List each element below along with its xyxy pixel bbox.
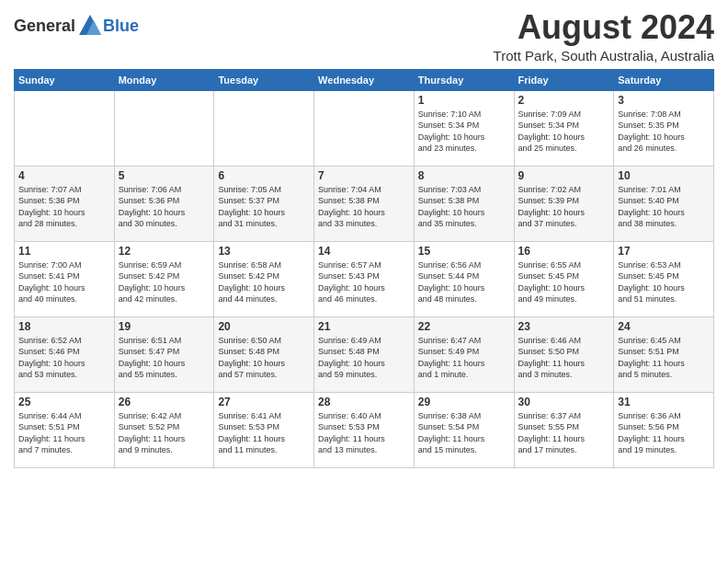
calendar-cell <box>114 90 214 166</box>
cell-content: Sunrise: 6:38 AM Sunset: 5:54 PM Dayligh… <box>418 410 510 456</box>
cell-content: Sunrise: 6:49 AM Sunset: 5:48 PM Dayligh… <box>318 335 410 381</box>
cell-content: Sunrise: 6:50 AM Sunset: 5:48 PM Dayligh… <box>218 335 310 381</box>
calendar-cell: 23Sunrise: 6:46 AM Sunset: 5:50 PM Dayli… <box>514 316 614 392</box>
calendar-week-row: 11Sunrise: 7:00 AM Sunset: 5:41 PM Dayli… <box>15 241 714 316</box>
logo-icon <box>77 13 103 39</box>
calendar-cell: 9Sunrise: 7:02 AM Sunset: 5:39 PM Daylig… <box>514 166 614 241</box>
cell-content: Sunrise: 6:52 AM Sunset: 5:46 PM Dayligh… <box>18 335 110 381</box>
cell-content: Sunrise: 6:42 AM Sunset: 5:52 PM Dayligh… <box>119 410 210 456</box>
cell-content: Sunrise: 6:44 AM Sunset: 5:51 PM Dayligh… <box>18 410 110 456</box>
calendar-header-row: SundayMondayTuesdayWednesdayThursdayFrid… <box>15 69 714 90</box>
calendar-cell: 14Sunrise: 6:57 AM Sunset: 5:43 PM Dayli… <box>314 241 415 316</box>
calendar-cell: 20Sunrise: 6:50 AM Sunset: 5:48 PM Dayli… <box>214 316 314 392</box>
cell-content: Sunrise: 7:00 AM Sunset: 5:41 PM Dayligh… <box>18 259 110 305</box>
day-number: 17 <box>618 245 710 258</box>
calendar-cell: 31Sunrise: 6:36 AM Sunset: 5:56 PM Dayli… <box>614 392 714 467</box>
calendar-cell: 11Sunrise: 7:00 AM Sunset: 5:41 PM Dayli… <box>15 241 115 316</box>
cell-content: Sunrise: 7:01 AM Sunset: 5:40 PM Dayligh… <box>618 184 710 230</box>
title-block: August 2024 Trott Park, South Australia,… <box>494 9 714 63</box>
day-number: 27 <box>218 396 310 408</box>
day-number: 26 <box>119 396 210 408</box>
day-number: 14 <box>318 245 410 258</box>
calendar-body: 1Sunrise: 7:10 AM Sunset: 5:34 PM Daylig… <box>15 90 714 467</box>
cell-content: Sunrise: 6:57 AM Sunset: 5:43 PM Dayligh… <box>318 259 410 305</box>
day-number: 2 <box>518 94 610 107</box>
day-number: 11 <box>18 245 110 258</box>
day-number: 31 <box>618 396 710 408</box>
day-number: 13 <box>218 245 310 258</box>
cell-content: Sunrise: 6:59 AM Sunset: 5:42 PM Dayligh… <box>119 259 210 305</box>
day-number: 25 <box>18 396 110 408</box>
calendar-cell: 7Sunrise: 7:04 AM Sunset: 5:38 PM Daylig… <box>314 166 415 241</box>
cell-content: Sunrise: 6:56 AM Sunset: 5:44 PM Dayligh… <box>418 259 510 305</box>
calendar-cell: 19Sunrise: 6:51 AM Sunset: 5:47 PM Dayli… <box>114 316 214 392</box>
calendar-cell: 1Sunrise: 7:10 AM Sunset: 5:34 PM Daylig… <box>414 90 514 166</box>
calendar-cell <box>314 90 415 166</box>
day-number: 21 <box>318 320 410 333</box>
cell-content: Sunrise: 6:47 AM Sunset: 5:49 PM Dayligh… <box>418 335 510 381</box>
calendar-cell: 17Sunrise: 6:53 AM Sunset: 5:45 PM Dayli… <box>614 241 714 316</box>
month-title: August 2024 <box>494 9 714 46</box>
cell-content: Sunrise: 6:53 AM Sunset: 5:45 PM Dayligh… <box>618 259 710 305</box>
calendar-cell: 3Sunrise: 7:08 AM Sunset: 5:35 PM Daylig… <box>614 90 714 166</box>
location-title: Trott Park, South Australia, Australia <box>494 48 714 63</box>
calendar-week-row: 1Sunrise: 7:10 AM Sunset: 5:34 PM Daylig… <box>15 90 714 166</box>
calendar-cell: 15Sunrise: 6:56 AM Sunset: 5:44 PM Dayli… <box>414 241 514 316</box>
logo: General Blue <box>14 13 139 39</box>
day-number: 18 <box>18 320 110 333</box>
calendar-cell: 28Sunrise: 6:40 AM Sunset: 5:53 PM Dayli… <box>314 392 415 467</box>
day-header-sunday: Sunday <box>15 69 115 90</box>
day-number: 29 <box>418 396 510 408</box>
cell-content: Sunrise: 6:45 AM Sunset: 5:51 PM Dayligh… <box>618 335 710 381</box>
day-number: 19 <box>119 320 210 333</box>
day-header-tuesday: Tuesday <box>214 69 314 90</box>
calendar-cell: 24Sunrise: 6:45 AM Sunset: 5:51 PM Dayli… <box>614 316 714 392</box>
calendar-cell: 29Sunrise: 6:38 AM Sunset: 5:54 PM Dayli… <box>414 392 514 467</box>
logo-blue: Blue <box>103 17 139 36</box>
calendar-cell: 22Sunrise: 6:47 AM Sunset: 5:49 PM Dayli… <box>414 316 514 392</box>
calendar-cell: 10Sunrise: 7:01 AM Sunset: 5:40 PM Dayli… <box>614 166 714 241</box>
calendar-cell: 8Sunrise: 7:03 AM Sunset: 5:38 PM Daylig… <box>414 166 514 241</box>
day-number: 23 <box>518 320 610 333</box>
day-number: 15 <box>418 245 510 258</box>
day-header-thursday: Thursday <box>414 69 514 90</box>
cell-content: Sunrise: 7:09 AM Sunset: 5:34 PM Dayligh… <box>518 109 610 155</box>
day-number: 8 <box>418 169 510 182</box>
day-header-friday: Friday <box>514 69 614 90</box>
cell-content: Sunrise: 7:02 AM Sunset: 5:39 PM Dayligh… <box>518 184 610 230</box>
day-header-monday: Monday <box>114 69 214 90</box>
day-number: 30 <box>518 396 610 408</box>
calendar-cell: 16Sunrise: 6:55 AM Sunset: 5:45 PM Dayli… <box>514 241 614 316</box>
day-number: 5 <box>119 169 210 182</box>
day-number: 10 <box>618 169 710 182</box>
day-header-wednesday: Wednesday <box>314 69 415 90</box>
day-number: 1 <box>418 94 510 107</box>
calendar-week-row: 25Sunrise: 6:44 AM Sunset: 5:51 PM Dayli… <box>15 392 714 467</box>
day-number: 22 <box>418 320 510 333</box>
cell-content: Sunrise: 7:10 AM Sunset: 5:34 PM Dayligh… <box>418 109 510 155</box>
cell-content: Sunrise: 7:04 AM Sunset: 5:38 PM Dayligh… <box>318 184 410 230</box>
day-number: 7 <box>318 169 410 182</box>
day-number: 4 <box>18 169 110 182</box>
page-header: General Blue August 2024 Trott Park, Sou… <box>14 9 714 63</box>
calendar-cell: 21Sunrise: 6:49 AM Sunset: 5:48 PM Dayli… <box>314 316 415 392</box>
calendar-cell: 26Sunrise: 6:42 AM Sunset: 5:52 PM Dayli… <box>114 392 214 467</box>
cell-content: Sunrise: 6:58 AM Sunset: 5:42 PM Dayligh… <box>218 259 310 305</box>
calendar-week-row: 18Sunrise: 6:52 AM Sunset: 5:46 PM Dayli… <box>15 316 714 392</box>
cell-content: Sunrise: 6:51 AM Sunset: 5:47 PM Dayligh… <box>119 335 210 381</box>
day-number: 24 <box>618 320 710 333</box>
calendar-cell: 30Sunrise: 6:37 AM Sunset: 5:55 PM Dayli… <box>514 392 614 467</box>
cell-content: Sunrise: 7:03 AM Sunset: 5:38 PM Dayligh… <box>418 184 510 230</box>
calendar-cell: 12Sunrise: 6:59 AM Sunset: 5:42 PM Dayli… <box>114 241 214 316</box>
day-number: 9 <box>518 169 610 182</box>
day-number: 12 <box>119 245 210 258</box>
day-header-saturday: Saturday <box>614 69 714 90</box>
cell-content: Sunrise: 7:05 AM Sunset: 5:37 PM Dayligh… <box>218 184 310 230</box>
cell-content: Sunrise: 7:07 AM Sunset: 5:36 PM Dayligh… <box>18 184 110 230</box>
calendar-cell: 4Sunrise: 7:07 AM Sunset: 5:36 PM Daylig… <box>15 166 115 241</box>
cell-content: Sunrise: 6:41 AM Sunset: 5:53 PM Dayligh… <box>218 410 310 456</box>
calendar-cell: 25Sunrise: 6:44 AM Sunset: 5:51 PM Dayli… <box>15 392 115 467</box>
cell-content: Sunrise: 7:06 AM Sunset: 5:36 PM Dayligh… <box>119 184 210 230</box>
cell-content: Sunrise: 6:55 AM Sunset: 5:45 PM Dayligh… <box>518 259 610 305</box>
cell-content: Sunrise: 6:36 AM Sunset: 5:56 PM Dayligh… <box>618 410 710 456</box>
